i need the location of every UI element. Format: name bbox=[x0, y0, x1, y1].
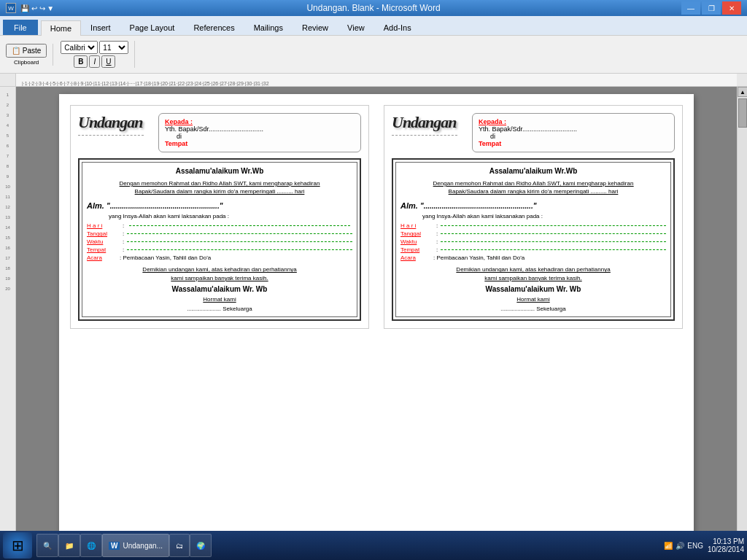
wassalam-2: Wassalamu'alaikum Wr. Wb bbox=[400, 285, 666, 293]
tanggal-line-1: Tanggal : bbox=[87, 230, 352, 237]
title-bar: W 💾 ↩ ↪ ▼ Undangan. Blank - Microsoft Wo… bbox=[0, 0, 747, 16]
search-button[interactable]: 🔍 bbox=[36, 534, 58, 557]
hari-line-2: H a r i : bbox=[400, 222, 666, 229]
scroll-track[interactable] bbox=[738, 97, 747, 533]
ribbon: File Home Insert Page Layout References … bbox=[0, 16, 747, 74]
title-bar-controls: — ❐ ✕ bbox=[681, 1, 741, 15]
tab-review[interactable]: Review bbox=[293, 20, 338, 35]
logo-underline-2 bbox=[392, 135, 457, 136]
horizontal-ruler: |·1·|·2·|·3·|·4·|·5·|·6·|·7·|·8·|·9·|10·… bbox=[16, 74, 737, 86]
scroll-up-button[interactable]: ▲ bbox=[738, 87, 747, 97]
volume-icon: 🔊 bbox=[676, 542, 684, 550]
acara-line-1: Acara : Pembacaan Yasin, Tahlil dan Do'a bbox=[87, 254, 352, 261]
insya-2: yang Insya-Allah akan kami laksanakan pa… bbox=[400, 213, 666, 219]
tab-references[interactable]: References bbox=[184, 20, 244, 35]
card-1-address: Kepada : Yth. Bapak/Sdr.................… bbox=[158, 113, 361, 152]
chrome-icon: 🌍 bbox=[196, 542, 205, 550]
clock: 10:13 PM 10/28/2014 bbox=[708, 537, 744, 553]
logo-underline-1 bbox=[78, 135, 144, 136]
ruler-right bbox=[737, 74, 747, 86]
maximize-button[interactable]: ❐ bbox=[702, 1, 721, 15]
intro-2: Dengan memohon Rahmat dan Ridho Allah SW… bbox=[400, 179, 666, 195]
tab-addins[interactable]: Add-Ins bbox=[374, 20, 421, 35]
di-line-2: di bbox=[479, 133, 668, 140]
alm-quote-2: ".......................................… bbox=[420, 202, 537, 210]
tab-file[interactable]: File bbox=[3, 20, 38, 35]
ruler-corner bbox=[0, 74, 16, 86]
word-taskbar-button[interactable]: W Undangan... bbox=[102, 534, 169, 557]
vertical-ruler: 1234567891011121314151617181920 bbox=[0, 87, 16, 543]
explorer-taskbar-button[interactable]: 🗂 bbox=[169, 534, 190, 557]
card-1-logo: Undangan bbox=[78, 113, 151, 152]
tab-insert[interactable]: Insert bbox=[81, 20, 120, 35]
yth-line-2: Yth. Bapak/Sdr..........................… bbox=[479, 125, 668, 133]
undangan-logo-1: Undangan bbox=[78, 113, 151, 132]
chrome-button[interactable]: 🌍 bbox=[190, 534, 212, 557]
card-2-header: Undangan Kepada : Yth. Bapak/Sdr........… bbox=[392, 113, 675, 152]
minimize-button[interactable]: — bbox=[681, 1, 700, 15]
ie-button[interactable]: 🌐 bbox=[80, 534, 102, 557]
hormat-2: Hormat kami bbox=[400, 296, 666, 303]
invitation-card-1: Undangan Kepada : Yth. Bapak/Sdr........… bbox=[70, 105, 369, 329]
acara-label-2: Acara bbox=[400, 254, 433, 261]
hari-line-1: H a r i : bbox=[87, 222, 352, 229]
ruler-numbers: 1234567891011121314151617181920 bbox=[0, 87, 15, 294]
start-button[interactable]: ⊞ bbox=[3, 532, 32, 559]
tanggal-label-1: Tanggal bbox=[87, 230, 120, 237]
intro-1: Dengan memohon Rahmat dan Ridho Allah SW… bbox=[87, 179, 352, 195]
word-taskbar-label: Undangan... bbox=[123, 542, 163, 550]
language-tray: ENG bbox=[687, 542, 703, 550]
system-tray: 📶 🔊 ENG bbox=[664, 542, 703, 550]
tab-page-layout[interactable]: Page Layout bbox=[120, 20, 185, 35]
time-display: 10:13 PM bbox=[708, 537, 744, 545]
word-taskbar-icon: W bbox=[109, 542, 120, 550]
taskbar-right: 📶 🔊 ENG 10:13 PM 10/28/2014 bbox=[664, 537, 744, 553]
quick-access: 💾 ↩ ↪ ▼ bbox=[20, 4, 54, 12]
vertical-scrollbar[interactable]: ▲ ▼ bbox=[737, 87, 747, 543]
close-button[interactable]: ✕ bbox=[722, 1, 741, 15]
tanggal-line-2: Tanggal : bbox=[400, 230, 666, 237]
bold-button[interactable]: B bbox=[74, 55, 88, 68]
tempat-line-1: Tempat bbox=[165, 140, 355, 147]
search-icon: 🔍 bbox=[43, 542, 52, 550]
explorer-icon: 🗂 bbox=[176, 542, 183, 550]
word-icon: W bbox=[6, 3, 16, 13]
font-family-select[interactable]: Calibri bbox=[61, 41, 98, 54]
alm-line-1: Alm. "..................................… bbox=[87, 198, 352, 211]
network-icon: 📶 bbox=[664, 542, 673, 550]
alm-text-2: Alm. bbox=[400, 201, 420, 210]
document-page: Undangan Kepada : Yth. Bapak/Sdr........… bbox=[59, 94, 694, 536]
document-area[interactable]: Undangan Kepada : Yth. Bapak/Sdr........… bbox=[16, 87, 737, 543]
acara-line-2: Acara : Pembacaan Yasin, Tahlil dan Do'a bbox=[400, 254, 666, 261]
yth-line-1: Yth. Bapak/Sdr..........................… bbox=[165, 125, 355, 133]
alm-text-1: Alm. bbox=[87, 201, 107, 210]
tempat-line-2: Tempat bbox=[479, 140, 668, 147]
italic-button[interactable]: I bbox=[89, 55, 100, 68]
ribbon-content: 📋 Paste Clipboard Calibri 11 B I U bbox=[0, 35, 747, 73]
hari-dots-1 bbox=[129, 225, 350, 226]
title-bar-left: W 💾 ↩ ↪ ▼ bbox=[6, 3, 54, 13]
alm-quote-1: ".......................................… bbox=[107, 202, 223, 210]
tab-mailings[interactable]: Mailings bbox=[244, 20, 293, 35]
font-size-select[interactable]: 11 bbox=[99, 41, 128, 54]
tab-view[interactable]: View bbox=[338, 20, 374, 35]
file-manager-button[interactable]: 📁 bbox=[58, 534, 80, 557]
acara-value-2: : Pembacaan Yasin, Tahlil dan Do'a bbox=[433, 254, 525, 261]
paste-button[interactable]: 📋 Paste bbox=[6, 44, 47, 58]
clipboard-label: Clipboard bbox=[6, 59, 47, 66]
wassalam-1: Wassalamu'alaikum Wr. Wb bbox=[87, 285, 352, 293]
card-2-logo: Undangan bbox=[392, 113, 465, 152]
waktu-label-2: Waktu bbox=[400, 238, 433, 245]
di-line-1: di bbox=[165, 133, 355, 140]
underline-button[interactable]: U bbox=[101, 55, 115, 68]
assalam-2: Assalamu'alaikum Wr.Wb bbox=[400, 167, 666, 175]
scroll-thumb[interactable] bbox=[738, 98, 747, 128]
tab-home[interactable]: Home bbox=[41, 20, 81, 36]
hari-label-2: H a r i bbox=[400, 222, 433, 229]
main-area: 1234567891011121314151617181920 Undangan… bbox=[0, 87, 747, 543]
ruler-container: |·1·|·2·|·3·|·4·|·5·|·6·|·7·|·8·|·9·|10·… bbox=[0, 74, 747, 87]
folder-icon: 📁 bbox=[65, 542, 74, 550]
waktu-line-2: Waktu : bbox=[400, 238, 666, 245]
ribbon-tabs: File Home Insert Page Layout References … bbox=[0, 16, 747, 35]
card-2-address: Kepada : Yth. Bapak/Sdr.................… bbox=[472, 113, 675, 152]
